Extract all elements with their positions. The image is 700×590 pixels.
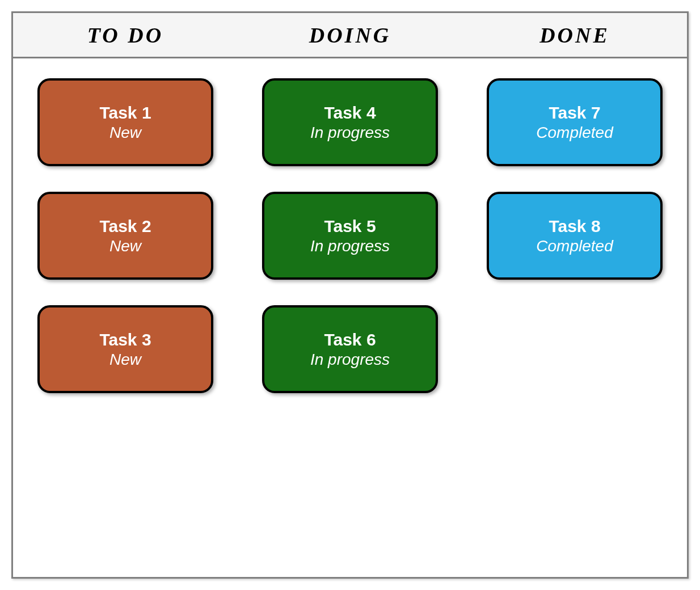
task-card[interactable]: Task 1 New	[37, 78, 213, 166]
task-card[interactable]: Task 5 In progress	[262, 192, 438, 280]
task-card-status: In progress	[310, 351, 390, 369]
column-doing[interactable]: Task 4 In progress Task 5 In progress Ta…	[238, 78, 462, 557]
task-card-status: In progress	[310, 237, 390, 255]
task-card-title: Task 1	[99, 103, 151, 123]
header-row: TO DO DOING DONE	[13, 13, 687, 58]
task-card-title: Task 4	[324, 103, 376, 123]
kanban-board: TO DO DOING DONE Task 1 New Task 2 New T…	[11, 11, 689, 579]
column-todo[interactable]: Task 1 New Task 2 New Task 3 New	[13, 78, 238, 557]
task-card[interactable]: Task 6 In progress	[262, 305, 438, 393]
task-card-title: Task 2	[99, 217, 151, 236]
column-done[interactable]: Task 7 Completed Task 8 Completed	[462, 78, 687, 557]
task-card-status: Completed	[536, 237, 613, 255]
columns-row: Task 1 New Task 2 New Task 3 New Task 4 …	[13, 58, 687, 577]
task-card-title: Task 5	[324, 217, 376, 236]
task-card-status: New	[109, 237, 141, 255]
task-card-status: In progress	[310, 124, 390, 142]
column-header-doing: DOING	[238, 13, 462, 57]
task-card-status: Completed	[536, 124, 613, 142]
task-card-title: Task 3	[99, 330, 151, 349]
task-card-title: Task 8	[549, 217, 600, 236]
task-card[interactable]: Task 4 In progress	[262, 78, 438, 166]
task-card[interactable]: Task 3 New	[37, 305, 213, 393]
column-header-done: DONE	[462, 13, 687, 57]
task-card-title: Task 6	[324, 330, 376, 349]
task-card[interactable]: Task 7 Completed	[487, 78, 663, 166]
column-header-todo: TO DO	[13, 13, 238, 57]
task-card[interactable]: Task 2 New	[37, 192, 213, 280]
task-card-status: New	[109, 351, 141, 369]
task-card-status: New	[109, 124, 141, 142]
task-card-title: Task 7	[549, 103, 600, 123]
task-card[interactable]: Task 8 Completed	[487, 192, 663, 280]
